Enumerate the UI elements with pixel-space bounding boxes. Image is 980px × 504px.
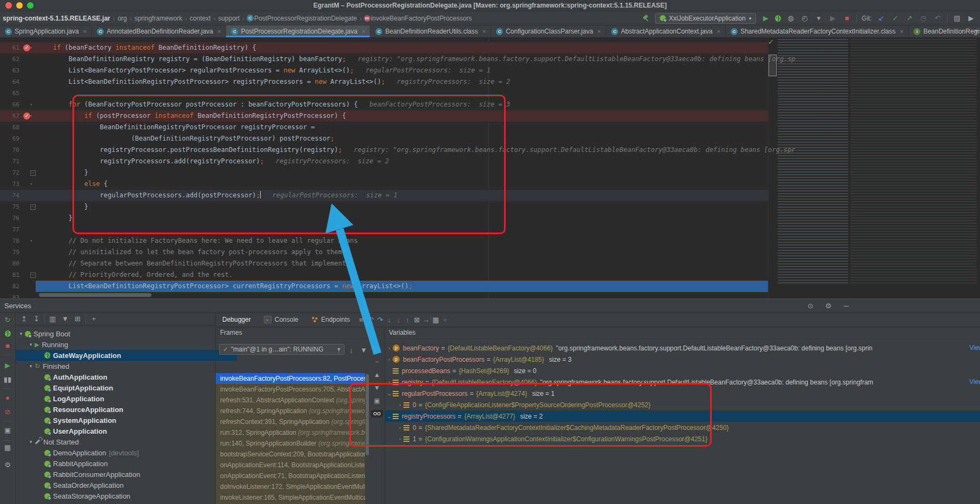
build-hammer-icon[interactable] [642,14,650,22]
close-icon[interactable]: × [217,28,221,35]
breadcrumb-item-spring-context-5-1-15-release-jar[interactable]: spring-context-5.1.15.RELEASE.jar [2,15,111,22]
debugger-trace-stream-icon[interactable]: ≈ [440,315,449,324]
toolwindow-project-structure-icon[interactable]: ▤ [952,14,962,23]
close-icon[interactable]: × [83,28,87,35]
variable-row-beanfactory[interactable]: ›pbeanFactory={DefaultListableBeanFactor… [385,342,980,354]
frames-next-frame-icon[interactable]: ↓ [347,345,356,355]
debug-resume-icon[interactable]: ▶ [0,361,15,369]
tab-configurationclassparser-java[interactable]: CConfigurationClassParser.java× [491,25,606,37]
frame-row[interactable]: bootstrapServiceContext:209, BootstrapAp… [216,449,365,460]
chevron-icon[interactable]: ▾ [27,439,35,445]
git-history-icon[interactable]: ◷ [919,14,928,23]
service-item-spring-boot[interactable]: ▾Spring Boot [15,328,217,339]
debugger-run-to-cursor-icon[interactable]: → [421,315,431,324]
fold-marker-icon[interactable]: ▾ [30,110,32,122]
fold-end-marker-icon[interactable]: − [30,273,36,278]
tab-postprocessorregistrationdelegate-java[interactable]: CPostProcessorRegistrationDelegate.java× [226,25,370,37]
service-item-authapplication[interactable]: AuthApplication [15,372,237,382]
code-line-78[interactable]: 78▾ // Do not initialize FactoryBeans he… [0,235,768,247]
traffic-lights[interactable] [5,2,34,9]
thread-selector[interactable]: ✓ "main"@1 in g…ain": RUNNING ▼ [219,344,345,355]
debugger-force-step-into-icon[interactable]: ↓ [394,315,403,324]
frames-filter-frames-icon[interactable]: ▼ [359,345,368,355]
debug-settings-icon[interactable]: ⚙ [0,461,15,469]
service-item-finished[interactable]: ▾↻Finished [15,361,227,372]
git-push-icon[interactable]: ↗ [905,14,914,23]
services-header-float-mode-icon[interactable]: ⊙ [806,301,815,310]
code-line-64[interactable]: 64 List<BeanDefinitionRegistryPostProces… [0,76,768,88]
toolbar-debug-icon[interactable] [775,15,781,22]
fold-marker-icon[interactable]: ▾ [30,99,32,110]
toolbar-run-disabled-icon[interactable]: ▶ [828,14,837,23]
code-line-61[interactable]: 61✓▾ if (beanFactory instanceof BeanDefi… [0,42,768,54]
minimap[interactable] [778,39,848,285]
service-item-userapplication[interactable]: UserApplication [15,426,237,436]
frame-row[interactable]: run:140, SpringApplicationBuilder (org.s… [216,438,365,449]
breadcrumb-item-context[interactable]: context [189,15,211,22]
chevron-icon[interactable]: ▾ [17,331,25,336]
close-icon[interactable]: × [900,28,903,35]
debug-layout-icon[interactable]: ▦ [0,443,15,452]
run-configuration-select[interactable]: XxlJobExecutorApplication▾ [655,13,757,24]
chevron-icon[interactable]: ▾ [27,342,35,347]
tab-annotatedbeandefinitionreader-java[interactable]: CAnnotatedBeanDefinitionReader.java× [92,25,226,37]
remove-watch-icon[interactable]: − [369,358,385,366]
tab-beandefinitionregistryp[interactable]: IBeanDefinitionRegistryP× [909,25,980,37]
toolbar-stop-icon[interactable]: ■ [842,14,851,23]
service-item-seatastorageapplication[interactable]: SeataStorageApplication [15,490,237,501]
frame-row[interactable]: refresh:744, SpringApplication (org.spri… [216,406,365,416]
debugger-step-into-icon[interactable]: ↓ [385,315,394,324]
debug-stop-icon[interactable]: ■ [0,342,15,350]
close-window-icon[interactable] [5,2,12,9]
chevron-icon[interactable]: › [386,346,393,351]
tab-debugger[interactable]: Debugger [216,313,257,327]
debug-rerun-icon[interactable]: ↻ [0,316,15,324]
minimize-window-icon[interactable] [16,2,23,9]
tab-abstractapplicationcontext-java[interactable]: CAbstractApplicationContext.java× [606,25,726,37]
frames-prev-frame-icon[interactable]: ↑ [334,345,343,355]
toolbar-profiler-icon[interactable]: ◴ [800,14,809,23]
add-watch-icon[interactable]: + [369,345,385,353]
close-icon[interactable]: × [482,28,486,35]
frame-row[interactable]: refresh:531, AbstractApplicationContext … [216,395,365,406]
code-line-63[interactable]: 63 List<BeanFactoryPostProcessor> regula… [0,65,768,76]
service-item-resourceapplication[interactable]: ResourceApplication [15,404,237,415]
tab-console[interactable]: ▸Console [257,313,305,327]
breadcrumb-item-class[interactable]: PostProcessorRegistrationDelegate [254,15,357,22]
fold-end-marker-icon[interactable]: − [30,170,36,176]
tab-beandefinitionreaderutils-class[interactable]: CBeanDefinitionReaderUtils.class× [370,25,491,37]
service-item-seataorderapplication[interactable]: SeataOrderApplication [15,480,237,490]
breadcrumb-item-method[interactable]: invokeBeanFactoryPostProcessors [370,15,473,22]
code-line-81[interactable]: 81− // PriorityOrdered, Ordered, and the… [0,269,768,281]
toolwindow-run-anything-icon[interactable]: ▶ [966,14,976,23]
service-item-not-started[interactable]: ▾Not Started [15,436,227,447]
git-rollback-icon[interactable]: ↶ [933,14,942,23]
breadcrumb-item-support[interactable]: support [217,15,240,22]
fold-marker-icon[interactable]: ▾ [30,42,32,54]
service-item-rabbitapplication[interactable]: RabbitApplication [15,458,237,469]
tab-endpoints[interactable]: Endpoints [305,313,356,327]
fold-marker-icon[interactable]: ▾ [30,235,32,247]
error-stripe[interactable] [768,37,778,299]
debugger-layout-settings-icon[interactable]: ≡ [356,315,366,324]
frame-row[interactable]: invokeListener:165, SimpleApplicationEve… [216,492,365,503]
breadcrumb-item-org[interactable]: org [117,15,127,22]
service-item-rabbitconsumerapplication[interactable]: RabbitConsumerApplication [15,469,237,480]
maximize-window-icon[interactable] [27,2,34,9]
close-icon[interactable]: × [362,28,365,35]
debug-debug-icon[interactable] [0,330,15,339]
variable-row-processedbeans[interactable]: processedBeans={HashSet@4269}size = 0 [385,365,980,376]
hidden-tabs-icon[interactable]: ▾ [975,28,978,35]
service-item-gatewayapplication[interactable]: GateWayApplication [15,350,237,361]
toolbar-profiler-arrow-icon[interactable]: ▾ [814,14,823,23]
view-link[interactable]: View [969,342,980,354]
debug-thread-dump-icon[interactable]: ▣ [0,426,15,434]
services-header-hide-icon[interactable]: ─ [842,301,851,310]
git-commit-icon[interactable]: ✓ [891,14,900,23]
frame-row[interactable]: run:312, SpringApplication (org.springfr… [216,427,365,438]
debugger-evaluate-expression-icon[interactable]: ▦ [431,315,440,324]
service-item-equiptapplication[interactable]: EquiptApplication [15,382,237,393]
chevron-icon[interactable]: › [386,357,393,362]
chevron-icon[interactable]: ▾ [27,363,35,369]
git-update-project-icon[interactable]: ↙ [877,14,886,23]
